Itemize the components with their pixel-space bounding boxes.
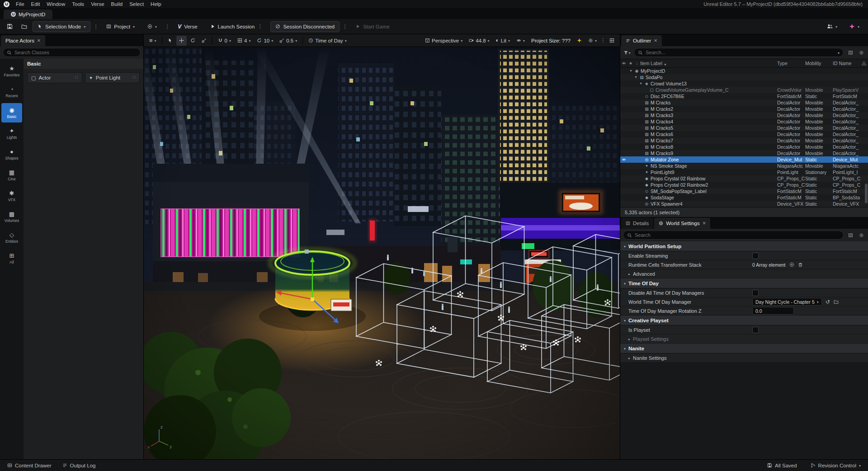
sidebar-category-item[interactable]: ▦ Cine — [1, 165, 22, 185]
menu-tools[interactable]: Tools — [69, 1, 87, 7]
more-options-icon[interactable] — [600, 38, 606, 43]
viewport-settings-button[interactable] — [585, 36, 599, 46]
row-visibility-toggle[interactable] — [620, 69, 627, 73]
row-advanced[interactable]: Advanced — [620, 269, 868, 278]
sidebar-category-item[interactable]: ★ Favorites — [1, 61, 22, 81]
sidebar-category-item[interactable]: ✱ VFX — [1, 186, 22, 206]
outliner-row[interactable]: ◆ SodaStage FortStaticM Static BP_SodaSt… — [620, 194, 868, 201]
row-visibility-toggle[interactable] — [620, 81, 627, 86]
outliner-row[interactable]: ◆ Props Crystal 02 Rainbow CP_Props_C St… — [620, 175, 868, 182]
menu-build[interactable]: Build — [108, 1, 126, 7]
section-world-partition-setup[interactable]: World Partition Setup — [620, 241, 868, 251]
tab-world-settings[interactable]: World Settings — [654, 218, 710, 229]
outliner-settings-button[interactable] — [857, 48, 865, 57]
outliner-row[interactable]: ▾ ▤ SodaPo — [620, 74, 868, 80]
time-of-day-button[interactable]: Time of Day — [306, 36, 349, 46]
browse-content-button[interactable] — [18, 21, 30, 32]
row-visibility-toggle[interactable] — [620, 94, 627, 99]
row-visibility-toggle[interactable] — [620, 75, 627, 80]
save-button[interactable] — [4, 21, 15, 32]
row-playset-settings[interactable]: Playset Settings — [620, 334, 868, 344]
placeable-actor-chip[interactable]: ▢ Actor — [27, 72, 82, 83]
project-document-tab[interactable]: U MyProjectD — [4, 9, 52, 19]
show-flags-button[interactable] — [514, 36, 528, 46]
outliner-search-box[interactable] — [634, 48, 844, 57]
menu-window[interactable]: Window — [43, 1, 68, 7]
details-settings-button[interactable] — [857, 231, 865, 239]
section-time-of-day[interactable]: Time Of Day — [620, 278, 868, 288]
view-mode-button[interactable]: Lit — [493, 36, 513, 46]
sidebar-category-item[interactable]: ◔ Recent — [1, 82, 22, 102]
select-tool-button[interactable] — [165, 36, 175, 46]
outliner-row[interactable]: ▨ M Cracks4 DecalActor Movable DecalActo… — [620, 118, 868, 125]
row-visibility-toggle[interactable] — [620, 151, 627, 155]
quick-add-button[interactable] — [142, 21, 162, 32]
outliner-row[interactable]: ◆ Props Crystal 02 Rainbow2 CP_Props_C S… — [620, 182, 868, 188]
world-tod-dropdown[interactable]: Day Night Cycle - Chapter 5 — [752, 298, 822, 306]
viewport-canvas[interactable]: zxy — [144, 47, 620, 459]
outliner-row[interactable]: ✦ PointLight9 PointLight Stationary Poin… — [620, 169, 868, 175]
outliner-row[interactable]: ▨ M Cracks9 DecalActor Movable DecalActo… — [620, 150, 868, 156]
close-icon[interactable] — [37, 38, 41, 44]
row-visibility-toggle[interactable] — [620, 132, 627, 137]
session-status-button[interactable]: Session Disconnected — [270, 21, 340, 32]
start-game-button[interactable]: Start Game — [350, 21, 395, 32]
multi-user-button[interactable] — [822, 21, 842, 32]
sidebar-category-item[interactable]: ◉ Basic — [1, 103, 22, 122]
outliner-row[interactable]: ▾ ◈ Crowd Volume13 — [620, 80, 868, 87]
camera-speed-button[interactable]: 44.8 — [466, 36, 492, 46]
outliner-row[interactable]: ▨ M Cracks DecalActor Movable DecalActor… — [620, 99, 868, 106]
project-menu-button[interactable]: Project — [101, 21, 140, 32]
sidebar-category-item[interactable]: ● Shapes — [1, 145, 22, 164]
outliner-row[interactable]: ▨ M Cracks2 DecalActor Movable DecalActo… — [620, 106, 868, 112]
outliner-row[interactable]: ▨ M Cracks7 DecalActor Movable DecalActo… — [620, 137, 868, 144]
filter-funnel-button[interactable] — [623, 48, 631, 57]
column-id-name[interactable]: ID Name — [833, 61, 860, 66]
expander-icon[interactable]: ▾ — [639, 80, 643, 87]
sidebar-category-item[interactable]: ✦ Lights — [1, 124, 22, 143]
drag-grip-icon[interactable] — [132, 75, 136, 80]
outliner-row[interactable]: ✦ NS Smoke Stage NiagaraActc Movable Nia… — [620, 163, 868, 169]
is-playset-checkbox[interactable] — [752, 327, 759, 333]
tab-details[interactable]: Details — [621, 218, 653, 229]
search-classes-input[interactable] — [14, 50, 137, 55]
outliner-columns-button[interactable] — [846, 48, 854, 57]
menu-file[interactable]: File — [13, 1, 28, 7]
clear-array-button[interactable] — [798, 262, 803, 267]
row-visibility-toggle[interactable] — [620, 183, 627, 187]
launch-session-button[interactable]: Launch Session — [205, 21, 268, 32]
drag-grip-icon[interactable] — [75, 75, 78, 80]
rotate-tool-button[interactable] — [188, 36, 198, 46]
row-visibility-toggle[interactable] — [620, 126, 627, 130]
favorite-column-icon[interactable]: ★ — [627, 61, 634, 66]
expander-icon[interactable]: ▾ — [634, 74, 638, 80]
outliner-row[interactable]: ◎ Mutator Zone Device_Mut Static Device_… — [620, 156, 868, 163]
details-columns-button[interactable] — [846, 231, 854, 239]
expander-icon[interactable]: ▾ — [629, 68, 633, 74]
perspective-button[interactable]: Perspective — [422, 36, 465, 46]
viewport-3d-scene[interactable]: zxy — [144, 47, 620, 459]
row-visibility-toggle[interactable] — [620, 107, 627, 111]
column-type[interactable]: Type — [777, 61, 805, 66]
details-search-input[interactable] — [635, 232, 840, 238]
grid-snap-button[interactable]: 4 — [235, 36, 253, 46]
outliner-row[interactable]: ◎ VFX Spawner4 Device_VFX Static Device_… — [620, 201, 868, 207]
viewport-options-button[interactable] — [146, 36, 159, 46]
tab-place-actors[interactable]: Place Actors — [1, 35, 45, 46]
outliner-row[interactable]: ◇ SM_SodaPopStage_Label FortStaticM Stat… — [620, 188, 868, 194]
row-nanite-settings[interactable]: Nanite Settings — [620, 353, 868, 363]
outliner-row[interactable]: ▨ M Cracks5 DecalActor Movable DecalActo… — [620, 125, 868, 131]
outliner-row[interactable]: ▨ M Cracks6 DecalActor Movable DecalActo… — [620, 131, 868, 137]
scale-tool-button[interactable] — [199, 36, 209, 46]
maximize-viewport-button[interactable] — [607, 36, 617, 46]
tab-outliner[interactable]: Outliner — [621, 35, 662, 46]
column-mobility[interactable]: Mobility — [805, 61, 833, 66]
disable-tod-checkbox[interactable] — [752, 290, 759, 296]
revision-control-button[interactable]: Revision Control — [807, 461, 864, 471]
visibility-column-icon[interactable] — [620, 61, 627, 66]
row-visibility-toggle[interactable] — [620, 88, 627, 92]
tod-rotation-z-input[interactable]: 0.0 — [752, 307, 794, 315]
row-visibility-toggle[interactable] — [620, 189, 627, 193]
outliner-row[interactable]: ▢ CrowdVolumeGameplayVolume_C CrowdVolur… — [620, 87, 868, 93]
scale-snap-button[interactable]: 0.5 — [277, 36, 300, 46]
